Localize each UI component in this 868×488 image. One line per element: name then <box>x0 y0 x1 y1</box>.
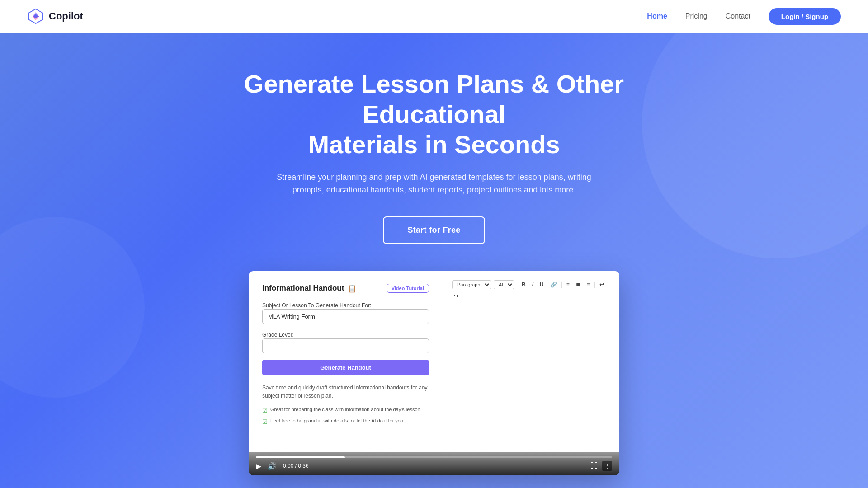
underline-button[interactable]: U <box>538 281 546 289</box>
toolbar-separator-3 <box>594 282 595 288</box>
bold-button[interactable]: B <box>520 281 528 289</box>
document-icon: 📋 <box>348 284 357 293</box>
check-icon-2: ☑ <box>262 418 268 426</box>
video-mockup: Informational Handout 📋 Video Tutorial S… <box>249 271 619 475</box>
play-button[interactable]: ▶ <box>256 462 261 470</box>
more-options-button[interactable]: ⋮ <box>602 461 612 471</box>
login-signup-button[interactable]: Login / Signup <box>769 8 841 25</box>
align-button[interactable]: ≡ <box>585 281 592 289</box>
checklist-item-2: ☑ Feel free to be granular with details,… <box>262 418 429 426</box>
nav-contact[interactable]: Contact <box>726 12 750 20</box>
controls-right: ⛶ ⋮ <box>590 461 612 471</box>
start-for-free-button[interactable]: Start for Free <box>383 216 485 244</box>
italic-button[interactable]: I <box>530 281 535 289</box>
grade-input[interactable] <box>262 338 429 353</box>
editor-toolbar: Paragraph AI B I U 🔗 ≡ ≣ ≡ ↩ ↪ <box>448 277 614 303</box>
mute-button[interactable]: 🔊 <box>268 462 277 470</box>
progress-bar[interactable] <box>256 456 612 458</box>
logo[interactable]: Copilot <box>27 8 83 25</box>
nav-links: Home Pricing Contact Login / Signup <box>647 8 841 25</box>
grade-label: Grade Level: <box>262 332 293 338</box>
controls-row: ▶ 🔊 0:00 / 0:36 ⛶ ⋮ <box>256 461 612 471</box>
nav-home[interactable]: Home <box>647 12 667 20</box>
form-panel: Informational Handout 📋 Video Tutorial S… <box>249 271 443 452</box>
subject-input[interactable] <box>262 309 429 324</box>
video-tutorial-badge[interactable]: Video Tutorial <box>387 284 429 293</box>
redo-button[interactable]: ↪ <box>452 292 460 300</box>
undo-button[interactable]: ↩ <box>598 281 606 289</box>
hero-subtitle: Streamline your planning and prep with A… <box>267 171 601 197</box>
ordered-list-button[interactable]: ≣ <box>574 281 582 289</box>
checklist-item-1: ☑ Great for preparing the class with inf… <box>262 406 429 415</box>
video-controls: ▶ 🔊 0:00 / 0:36 ⛶ ⋮ <box>249 452 619 475</box>
logo-icon <box>27 8 44 25</box>
panel-title-row: Informational Handout 📋 Video Tutorial <box>262 284 429 293</box>
hero-title: Generate Lesson Plans & Other Educationa… <box>231 69 637 160</box>
check-icon-1: ☑ <box>262 407 268 415</box>
subject-label: Subject Or Lesson To Generate Handout Fo… <box>262 302 371 309</box>
generate-handout-button[interactable]: Generate Handout <box>262 360 429 375</box>
video-content-area: Informational Handout 📋 Video Tutorial S… <box>249 271 619 452</box>
hero-section: Generate Lesson Plans & Other Educationa… <box>0 33 868 488</box>
progress-bar-fill <box>256 456 345 458</box>
unordered-list-button[interactable]: ≡ <box>565 281 571 289</box>
fullscreen-button[interactable]: ⛶ <box>590 462 598 470</box>
paragraph-select[interactable]: Paragraph <box>452 280 491 289</box>
nav-pricing[interactable]: Pricing <box>685 12 708 20</box>
controls-left: ▶ 🔊 0:00 / 0:36 <box>256 462 309 470</box>
navbar: Copilot Home Pricing Contact Login / Sig… <box>0 0 868 33</box>
time-display: 0:00 / 0:36 <box>283 463 309 469</box>
panel-title: Informational Handout 📋 <box>262 284 357 293</box>
editor-panel: Paragraph AI B I U 🔗 ≡ ≣ ≡ ↩ ↪ <box>443 271 619 452</box>
panel-description: Save time and quickly draft structured i… <box>262 384 429 400</box>
logo-text: Copilot <box>49 10 83 22</box>
toolbar-separator-1 <box>517 282 517 288</box>
svg-point-1 <box>34 14 38 18</box>
ai-select[interactable]: AI <box>494 280 514 289</box>
link-button[interactable]: 🔗 <box>548 281 559 289</box>
toolbar-separator-2 <box>561 282 562 288</box>
